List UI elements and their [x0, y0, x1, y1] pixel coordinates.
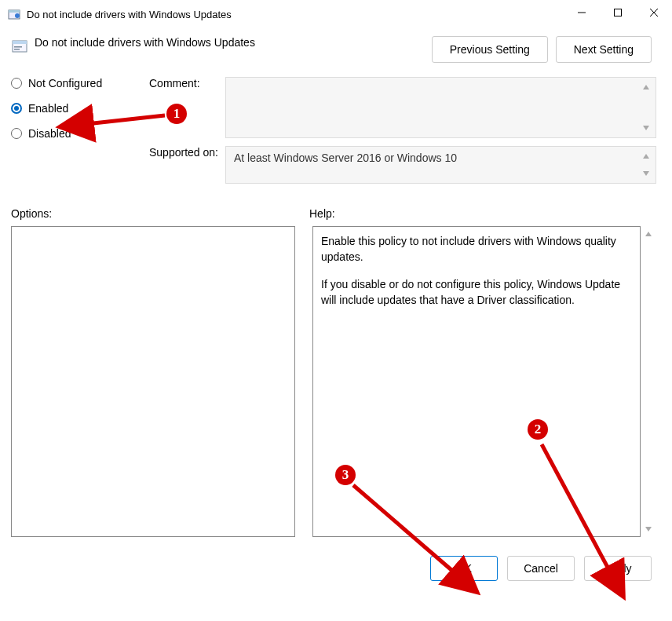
svg-line-20: [353, 485, 457, 575]
svg-line-19: [542, 444, 611, 573]
svg-line-18: [86, 115, 165, 124]
annotation-overlay: [0, 0, 672, 621]
